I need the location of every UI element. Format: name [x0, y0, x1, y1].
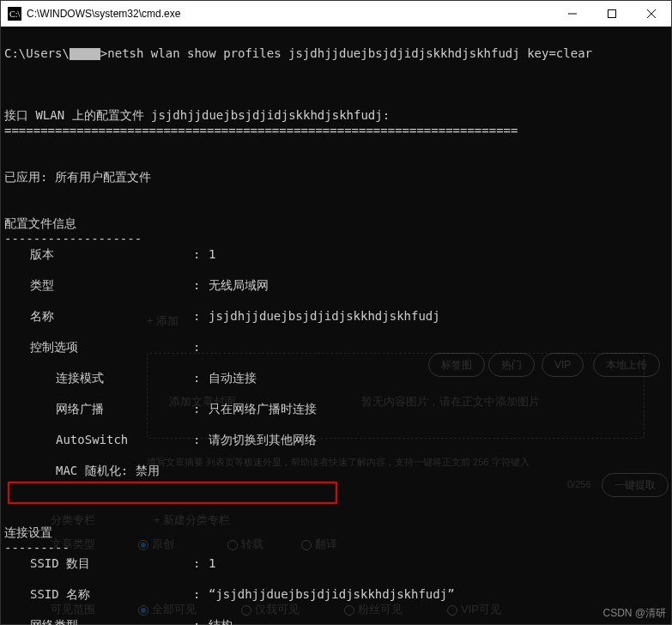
row-net-type: 网络类型:结构 — [4, 617, 671, 625]
ghost-vis-section: 可见范围 — [51, 602, 95, 617]
section-conn-title: 连接设置 — [4, 525, 52, 539]
row-type: 类型:无线局域网 — [4, 277, 671, 293]
applied-row: 已应用: 所有用户配置文件 — [4, 170, 151, 184]
prompt-line: C:\Users\>netsh wlan show profiles jsjdh… — [4, 46, 592, 60]
ghost-cat-section: 分类专栏 — [51, 513, 95, 528]
redacted-user — [70, 48, 100, 60]
profile-header: 接口 WLAN 上的配置文件 jsjdhjjduejbsjdjidjskkhdj… — [4, 108, 390, 122]
ghost-vis-1: 仅我可见 — [241, 602, 300, 617]
minimize-button[interactable] — [553, 1, 592, 27]
svg-text:C:\: C:\ — [9, 9, 20, 19]
section-profile-dash: ------------------- — [4, 232, 142, 246]
ghost-tab-hot: 热门 — [488, 353, 535, 377]
ghost-tab-vip: VIP — [542, 353, 584, 377]
prompt-path: C:\Users\ — [4, 46, 70, 60]
titlebar: C:\ C:\WINDOWS\system32\cmd.exe — [1, 1, 671, 27]
row-mac: MAC 随机化: 禁用 — [4, 463, 671, 478]
ghost-vis-0: 全部可见 — [138, 602, 197, 617]
cmd-icon: C:\ — [8, 7, 21, 21]
row-version: 版本:1 — [4, 246, 671, 262]
section-profile-title: 配置文件信息 — [4, 216, 76, 230]
ghost-new-cat: + 新建分类专栏 — [154, 513, 230, 528]
ghost-counter: 0/256 — [567, 476, 591, 492]
ghost-extract-btn: 一键提取 — [602, 473, 669, 497]
ghost-type-1: 转载 — [227, 537, 263, 552]
ghost-type-2: 翻译 — [301, 537, 337, 552]
terminal-output[interactable]: C:\Users\>netsh wlan show profiles jsjdh… — [1, 27, 671, 624]
window-controls — [553, 1, 671, 26]
watermark: CSDN @清研 — [602, 605, 666, 621]
prompt-command: >netsh wlan show profiles jsjdhjjduejbsj… — [100, 46, 592, 60]
ghost-type-0: 原创 — [138, 537, 174, 552]
close-button[interactable] — [632, 1, 671, 27]
row-ssid-name: SSID 名称:“jsjdhjjduejbsjdjidjskkhdjskhfud… — [4, 586, 671, 602]
maximize-button[interactable] — [592, 1, 632, 27]
section-conn-dash: --------- — [4, 541, 70, 555]
ghost-vis-3: VIP可见 — [447, 602, 501, 617]
ghost-tab-local: 本地上传 — [593, 353, 660, 377]
ghost-tab-tag: 标签图 — [428, 353, 485, 377]
row-ssid-count: SSID 数目:1 — [4, 555, 671, 571]
cmd-window: C:\ C:\WINDOWS\system32\cmd.exe C:\Users… — [0, 0, 672, 625]
svg-rect-3 — [608, 10, 616, 18]
row-name: 名称:jsjdhjjduejbsjdjidjskkhdjskhfudj — [4, 308, 671, 324]
window-title: C:\WINDOWS\system32\cmd.exe — [27, 8, 553, 20]
ghost-vis-2: 粉丝可见 — [344, 602, 403, 617]
divider: ========================================… — [4, 124, 518, 137]
